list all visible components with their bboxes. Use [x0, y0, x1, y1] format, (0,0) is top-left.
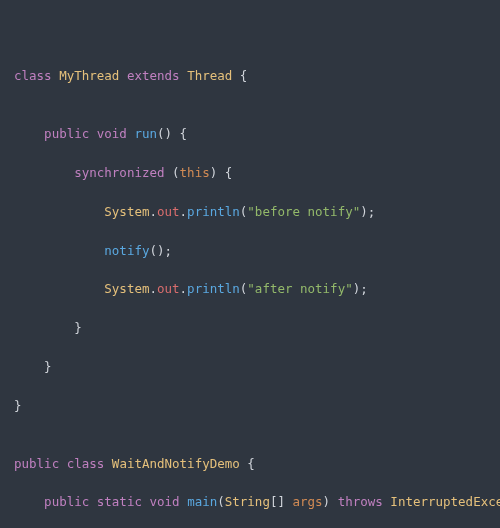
type-waitandnotifydemo: WaitAndNotifyDemo — [112, 456, 240, 471]
code-block: class MyThread extends Thread { public v… — [14, 66, 500, 528]
keyword-this: this — [180, 165, 210, 180]
keyword-public: public — [44, 126, 89, 141]
code-line: public class WaitAndNotifyDemo { — [14, 454, 500, 473]
field-out: out — [157, 204, 180, 219]
code-line: } — [14, 357, 500, 376]
code-line: notify(); — [14, 241, 500, 260]
type-string: String — [225, 494, 270, 509]
string-literal: "after notify" — [247, 281, 352, 296]
method-println: println — [187, 204, 240, 219]
keyword-static: static — [97, 494, 142, 509]
code-line: synchronized (this) { — [14, 163, 500, 182]
type-system: System — [104, 281, 149, 296]
type-thread: Thread — [187, 68, 232, 83]
keyword-public: public — [14, 456, 59, 471]
code-line: } — [14, 396, 500, 415]
keyword-throws: throws — [338, 494, 383, 509]
code-line: class MyThread extends Thread { — [14, 66, 500, 85]
method-main: main — [187, 494, 217, 509]
keyword-class: class — [67, 456, 105, 471]
method-println: println — [187, 281, 240, 296]
keyword-extends: extends — [127, 68, 180, 83]
code-line: } — [14, 318, 500, 337]
field-out: out — [157, 281, 180, 296]
keyword-public: public — [44, 494, 89, 509]
keyword-void: void — [149, 494, 179, 509]
keyword-class: class — [14, 68, 52, 83]
type-mythread: MyThread — [59, 68, 119, 83]
keyword-synchronized: synchronized — [74, 165, 164, 180]
param-args: args — [293, 494, 323, 509]
code-line: System.out.println("before notify"); — [14, 202, 500, 221]
type-system: System — [104, 204, 149, 219]
code-line: public static void main(String[] args) t… — [14, 492, 500, 511]
type-interruptedexception: InterruptedException — [390, 494, 500, 509]
code-line: System.out.println("after notify"); — [14, 279, 500, 298]
string-literal: "before notify" — [247, 204, 360, 219]
code-line: public void run() { — [14, 124, 500, 143]
method-run: run — [134, 126, 157, 141]
method-notify: notify — [104, 243, 149, 258]
keyword-void: void — [97, 126, 127, 141]
